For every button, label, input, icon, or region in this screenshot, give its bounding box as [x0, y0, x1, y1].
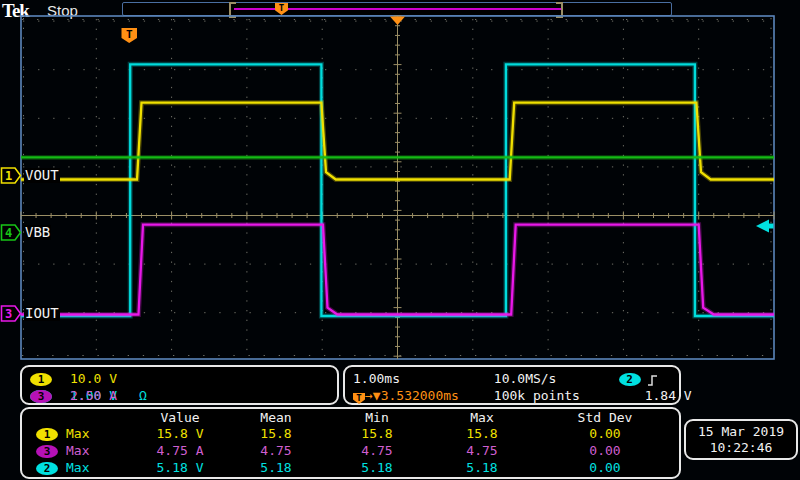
measurement-header-row: Value Mean Min Max Std Dev — [22, 410, 679, 425]
date-text: 15 Mar 2019 — [686, 424, 796, 440]
time-text: 10:22:46 — [686, 440, 796, 456]
ch1-badge: 1 — [30, 373, 52, 386]
trigger-level-arrow-icon — [756, 220, 769, 233]
timebase-trigger-readout: 1.00ms 10.0MS/s 2 T→▼3.532000ms 100k poi… — [343, 365, 681, 405]
channel-marker-number: 3 — [5, 307, 12, 321]
oscilloscope-screen: Tek Stop T 143T VOUT VBB IOUT 110.0 V 21… — [0, 0, 800, 480]
measurement-row-ch1: 1Max 15.8 V 15.8 15.8 15.8 0.00 — [22, 425, 679, 442]
col-mean: Mean — [230, 410, 322, 425]
ch1-scale: 110.0 V — [30, 370, 190, 387]
measurement-row-ch2: 2Max 5.18 V 5.18 5.18 5.18 0.00 — [22, 459, 679, 476]
expansion-arrow-icon — [390, 17, 405, 26]
datetime-box: 15 Mar 2019 10:22:46 — [684, 419, 798, 460]
col-min: Min — [322, 410, 432, 425]
arrow-right-icon: → — [365, 388, 373, 403]
channel-label-iout: IOUT — [24, 306, 60, 321]
trigger-flag-letter: T — [126, 28, 133, 41]
trigger-source: 2 — [619, 370, 659, 387]
col-max: Max — [432, 410, 532, 425]
ch3-badge: 3 — [30, 390, 52, 403]
timebase-scale: 1.00ms — [353, 370, 486, 387]
ch3-scale: 32.50 A — [30, 387, 190, 404]
sample-rate: 10.0MS/s — [494, 370, 611, 387]
ch3-badge: 3 — [36, 445, 58, 458]
ch2-badge: 2 — [36, 462, 58, 475]
col-value: Value — [130, 410, 230, 425]
expansion-point-icon: ▼ — [373, 388, 381, 403]
channel-marker-number: 1 — [5, 169, 12, 183]
channel-label-vout: VOUT — [24, 168, 60, 183]
rising-edge-icon — [647, 373, 659, 387]
measurement-table: Value Mean Min Max Std Dev 1Max 15.8 V 1… — [20, 407, 681, 479]
ch1-badge: 1 — [36, 428, 58, 441]
trigger-level: 1.84 V — [619, 387, 692, 404]
trigger-source-badge: 2 — [619, 373, 641, 386]
trigger-level-arrow-tail — [768, 224, 774, 229]
delay-trigger-icon: T — [353, 393, 365, 404]
channel-marker-number: 4 — [5, 226, 12, 240]
col-std: Std Dev — [532, 410, 678, 425]
record-length: 100k points — [494, 387, 611, 404]
channel-scale-readout: 110.0 V 21.00 VΩ 32.50 A 410.0 V — [20, 365, 339, 405]
channel-label-vbb: VBB — [24, 225, 51, 240]
measurement-row-ch3: 3Max 4.75 A 4.75 4.75 4.75 0.00 — [22, 442, 679, 459]
trigger-delay: T→▼3.532000ms — [353, 387, 486, 404]
